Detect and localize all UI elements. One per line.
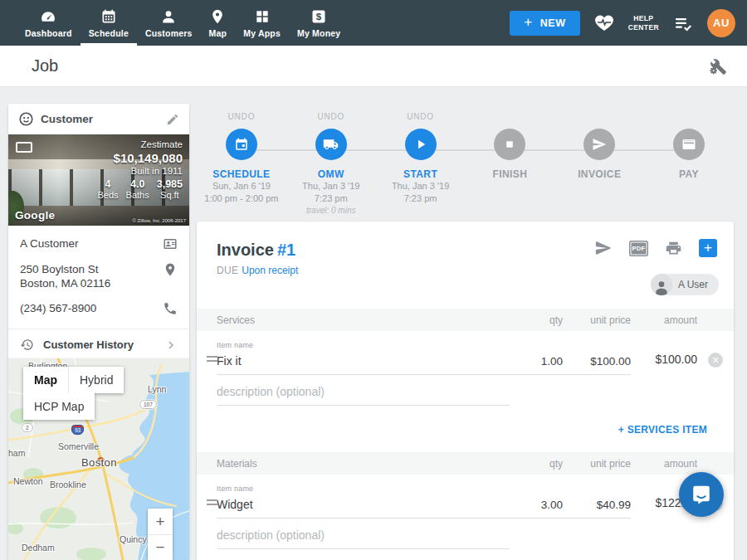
step-time: 1:00 pm - 2:00 pm xyxy=(204,192,278,205)
map-label-waltham: ham xyxy=(8,448,25,458)
customer-card: Customer Zestimate $10,149,080 Built in … xyxy=(8,104,189,360)
zestimate-label: Zestimate xyxy=(98,139,183,149)
street-view-icon[interactable] xyxy=(16,142,32,153)
amount-column-header: amount xyxy=(631,458,697,470)
nav-tab-dashboard[interactable]: Dashboard xyxy=(17,0,81,46)
invoice-number[interactable]: #1 xyxy=(277,241,295,259)
nav-tab-label: Schedule xyxy=(89,28,129,38)
job-progress-steps: UNDO SCHEDULE Sun, Jan 6 '19 1:00 pm - 2… xyxy=(197,112,734,217)
zoom-in-button[interactable]: + xyxy=(148,509,173,534)
nav-tab-schedule[interactable]: Schedule xyxy=(81,0,137,46)
finish-step-button[interactable] xyxy=(494,129,525,160)
material-item-name-input[interactable] xyxy=(217,498,510,519)
help-center-link[interactable]: HELP CENTER xyxy=(628,14,659,32)
map-type-hybrid-button[interactable]: Hybrid xyxy=(68,367,124,393)
customer-name-row: A Customer xyxy=(20,236,178,251)
address-line1: 250 Boylston St xyxy=(20,263,99,275)
truck-icon xyxy=(323,137,339,153)
undo-schedule-link[interactable]: UNDO xyxy=(228,112,256,123)
invoice-step-button[interactable] xyxy=(583,129,615,160)
page-title: Job xyxy=(32,56,58,75)
send-invoice-icon[interactable] xyxy=(594,239,613,257)
step-label[interactable]: FINISH xyxy=(493,168,528,180)
new-button-label: NEW xyxy=(540,17,566,29)
health-heart-icon[interactable] xyxy=(594,13,614,33)
drag-handle-icon[interactable] xyxy=(207,497,217,508)
map-widget[interactable]: Burlington Lynn Somerville ham Boston Ne… xyxy=(8,358,189,560)
omw-step-button[interactable] xyxy=(315,129,347,160)
step-label[interactable]: SCHEDULE xyxy=(212,168,270,180)
nav-tab-label: My Apps xyxy=(243,28,281,38)
drag-handle-icon[interactable] xyxy=(207,353,217,364)
step-label[interactable]: PAY xyxy=(679,168,699,180)
step-pay: PAY xyxy=(644,112,734,217)
task-list-icon[interactable] xyxy=(673,13,693,33)
baths-value: 4.0 xyxy=(126,178,149,190)
due-value-link[interactable]: Upon receipt xyxy=(242,265,298,276)
route-107-shield: 107 xyxy=(139,400,157,409)
material-unit-price-input[interactable] xyxy=(563,499,631,519)
edit-pencil-icon[interactable] xyxy=(166,113,179,126)
assigned-user-chip[interactable]: A User xyxy=(651,274,719,295)
zoom-out-button[interactable]: − xyxy=(148,534,173,560)
pay-step-button[interactable] xyxy=(673,129,705,160)
service-item-name-input[interactable] xyxy=(217,354,510,375)
schedule-step-button[interactable] xyxy=(226,129,257,160)
stat-baths: 4.0 Baths xyxy=(126,178,149,200)
new-button[interactable]: + NEW xyxy=(510,11,580,36)
play-icon xyxy=(413,137,428,152)
chat-launcher-button[interactable] xyxy=(679,472,724,517)
stat-sqft: 3,985 Sq.ft xyxy=(157,178,183,200)
service-unit-price-input[interactable] xyxy=(563,355,631,375)
map-label-somerville: Somerville xyxy=(58,441,99,451)
material-description-row xyxy=(197,519,734,549)
nav-tab-my-money[interactable]: $ My Money xyxy=(289,0,349,46)
service-description-row xyxy=(197,375,734,406)
stat-beds: 4 Beds xyxy=(98,178,119,200)
nav-tabs: Dashboard Schedule Customers Map My Apps… xyxy=(17,0,349,46)
map-label-dedham: Dedham xyxy=(22,543,55,553)
pdf-icon[interactable]: PDF xyxy=(629,241,648,256)
property-photo[interactable]: Zestimate $10,149,080 Built in 1911 4 Be… xyxy=(8,134,189,226)
customer-history-label: Customer History xyxy=(43,338,134,351)
nav-tab-my-apps[interactable]: My Apps xyxy=(235,0,289,46)
user-avatar[interactable]: AU xyxy=(707,9,735,37)
step-invoice: INVOICE xyxy=(554,112,644,217)
sqft-value: 3,985 xyxy=(157,178,183,190)
stop-icon xyxy=(502,137,517,152)
job-tools-icon[interactable] xyxy=(709,57,727,75)
amount-column-header: amount xyxy=(631,314,697,326)
material-description-input[interactable] xyxy=(217,528,510,549)
nav-tab-map[interactable]: Map xyxy=(201,0,236,46)
step-label[interactable]: OMW xyxy=(318,168,344,180)
delete-service-item-button[interactable]: ✕ xyxy=(708,353,723,368)
add-services-row: + SERVICES ITEM xyxy=(197,406,734,452)
service-description-input[interactable] xyxy=(217,385,510,406)
location-pin-icon[interactable] xyxy=(163,262,178,277)
undo-start-link[interactable]: UNDO xyxy=(407,112,434,123)
map-type-map-button[interactable]: Map xyxy=(23,367,68,393)
material-qty-input[interactable] xyxy=(510,499,563,519)
undo-omw-link[interactable]: UNDO xyxy=(317,112,344,123)
customer-history-button[interactable]: Customer History xyxy=(8,329,189,360)
start-step-button[interactable] xyxy=(405,129,437,160)
customer-details: A Customer 250 Boylston StBoston, MA 021… xyxy=(8,226,189,329)
unit-price-column-header: unit price xyxy=(563,458,631,470)
chevron-right-icon xyxy=(164,338,178,352)
step-start: UNDO START Thu, Jan 3 '19 7:23 pm xyxy=(376,112,466,217)
add-services-item-link[interactable]: + SERVICES ITEM xyxy=(618,424,707,436)
assigned-user-name: A User xyxy=(678,279,708,290)
phone-icon[interactable] xyxy=(163,301,178,316)
step-label[interactable]: INVOICE xyxy=(578,168,621,180)
print-icon[interactable] xyxy=(665,240,682,257)
nav-tab-customers[interactable]: Customers xyxy=(137,0,201,46)
zestimate-overlay: Zestimate $10,149,080 Built in 1911 4 Be… xyxy=(98,139,183,200)
add-invoice-button[interactable]: + xyxy=(699,239,717,257)
dashboard-icon xyxy=(40,8,56,25)
step-label[interactable]: START xyxy=(403,168,437,180)
map-type-hcp-button[interactable]: HCP Map xyxy=(23,393,95,420)
customer-address: 250 Boylston StBoston, MA 02116 xyxy=(20,262,110,290)
contact-card-icon[interactable] xyxy=(163,236,178,251)
service-amount: $100.00 xyxy=(631,353,697,375)
service-qty-input[interactable] xyxy=(510,355,563,375)
